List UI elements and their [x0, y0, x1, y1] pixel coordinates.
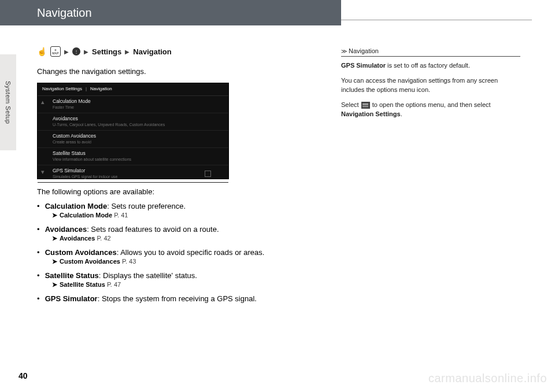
- screenshot-row: Calculation Mode Faster Time: [38, 96, 228, 113]
- options-list: • Calculation Mode: Sets route preferenc…: [37, 202, 331, 303]
- settings-screenshot: Navigation Settings | Navigation ▴ Calcu…: [37, 83, 229, 179]
- section-tab: System Setup: [0, 54, 16, 150]
- list-item: • Avoidances: Sets road features to avoi…: [37, 225, 331, 242]
- link-arrow-icon: ➤: [52, 258, 57, 265]
- screenshot-row: Custom Avoidances Create areas to avoid: [38, 131, 228, 148]
- options-menu-icon: ⋮: [72, 47, 80, 56]
- cross-ref: ➤Avoidances P. 42: [52, 235, 331, 242]
- screenshot-row: GPS Simulator Simulates GPS signal for i…: [38, 165, 228, 183]
- double-chevron-icon: ≫: [341, 48, 345, 54]
- map-icon: ⌖ MAP: [50, 46, 61, 57]
- side-note-text: GPS Simulator is set to off as factory d…: [341, 61, 520, 71]
- header-rule: [341, 20, 532, 20]
- section-tab-label: System Setup: [5, 81, 12, 124]
- touch-icon: ☝: [37, 47, 47, 56]
- side-note: ≫ Navigation GPS Simulator is set to off…: [341, 47, 520, 125]
- screenshot-breadcrumb: Navigation Settings | Navigation: [38, 83, 228, 96]
- cross-ref: ➤Satellite Status P. 47: [52, 281, 331, 289]
- side-note-text: You can access the navigation settings f…: [341, 76, 520, 95]
- list-item: • Calculation Mode: Sets route preferenc…: [37, 202, 331, 219]
- hamburger-menu-icon: [361, 102, 370, 109]
- breadcrumb: ☝ ⌖ MAP ▶ ⋮ ▶ Settings ▶ Navigation: [37, 46, 331, 57]
- page-header: Navigation: [0, 0, 341, 25]
- list-item: • Custom Avoidances: Allows you to avoid…: [37, 248, 331, 265]
- main-column: ☝ ⌖ MAP ▶ ⋮ ▶ Settings ▶ Navigation Chan…: [37, 46, 331, 305]
- page-title: Navigation: [37, 6, 92, 20]
- chevron-right-icon: ▶: [125, 49, 130, 55]
- scroll-down-icon: ▾: [41, 168, 48, 175]
- screenshot-row: Avoidances U-Turns, Carpool Lanes, Unpav…: [38, 113, 228, 131]
- side-note-text: Select to open the options menu, and the…: [341, 101, 520, 119]
- options-intro: The following options are available:: [37, 187, 331, 196]
- chevron-right-icon: ▶: [64, 49, 69, 55]
- link-arrow-icon: ➤: [52, 235, 57, 242]
- screenshot-row: Satellite Status View information about …: [38, 148, 228, 165]
- checkbox-icon: [205, 171, 211, 177]
- cross-ref: ➤Custom Avoidances P. 43: [52, 258, 331, 265]
- link-arrow-icon: ➤: [52, 212, 57, 219]
- page-number: 40: [18, 371, 28, 380]
- list-item: • GPS Simulator: Stops the system from r…: [37, 294, 331, 303]
- breadcrumb-navigation: Navigation: [133, 47, 171, 56]
- cross-ref: ➤Calculation Mode P. 41: [52, 212, 331, 219]
- intro-text: Changes the navigation settings.: [37, 67, 331, 76]
- watermark: carmanualsonline.info: [428, 372, 547, 385]
- side-note-heading: ≫ Navigation: [341, 47, 520, 57]
- list-item: • Satellite Status: Displays the satelli…: [37, 271, 331, 289]
- link-arrow-icon: ➤: [52, 281, 57, 288]
- scroll-up-icon: ▴: [41, 98, 48, 105]
- map-icon-label: MAP: [52, 52, 59, 55]
- chevron-right-icon: ▶: [84, 49, 88, 55]
- breadcrumb-settings: Settings: [92, 47, 121, 56]
